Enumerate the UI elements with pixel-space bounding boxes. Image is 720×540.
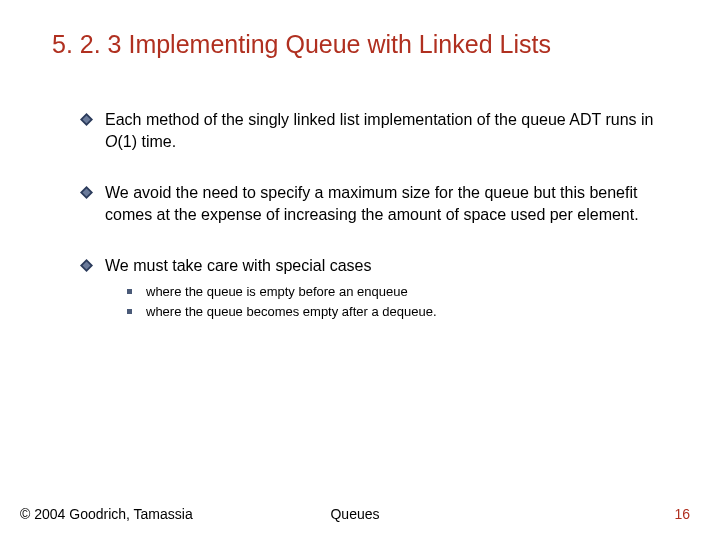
text-fragment: (1) time.: [117, 133, 176, 150]
bullet-text: Each method of the singly linked list im…: [105, 109, 670, 152]
text-fragment: We must take care with special cases: [105, 257, 371, 274]
text-fragment: Each method of the singly linked list im…: [105, 111, 653, 128]
sub-bullet-item: where the queue becomes empty after a de…: [127, 303, 670, 321]
big-o-symbol: O: [105, 133, 117, 150]
bullet-item: We avoid the need to specify a maximum s…: [80, 182, 670, 225]
slide-footer: © 2004 Goodrich, Tamassia Queues 16: [20, 506, 690, 522]
diamond-bullet-icon: [80, 186, 93, 199]
sub-bullet-text: where the queue becomes empty after a de…: [146, 303, 437, 321]
sub-bullet-text: where the queue is empty before an enque…: [146, 283, 408, 301]
diamond-bullet-icon: [80, 113, 93, 126]
bullet-item: Each method of the singly linked list im…: [80, 109, 670, 152]
slide-title: 5. 2. 3 Implementing Queue with Linked L…: [52, 30, 680, 59]
square-bullet-icon: [127, 289, 132, 294]
square-bullet-icon: [127, 309, 132, 314]
bullet-item: We must take care with special cases whe…: [80, 255, 670, 323]
footer-page-number: 16: [674, 506, 690, 522]
bullet-text: We avoid the need to specify a maximum s…: [105, 182, 670, 225]
sub-bullet-list: where the queue is empty before an enque…: [127, 283, 670, 321]
bullet-text: We must take care with special cases whe…: [105, 255, 670, 323]
sub-bullet-item: where the queue is empty before an enque…: [127, 283, 670, 301]
content-area: Each method of the singly linked list im…: [80, 109, 670, 323]
slide: 5. 2. 3 Implementing Queue with Linked L…: [0, 0, 720, 540]
footer-copyright: © 2004 Goodrich, Tamassia: [20, 506, 193, 522]
diamond-bullet-icon: [80, 259, 93, 272]
